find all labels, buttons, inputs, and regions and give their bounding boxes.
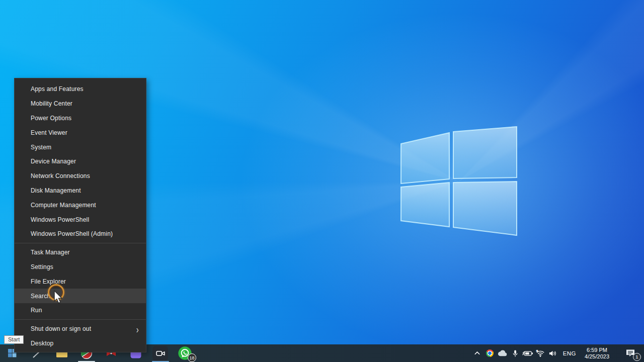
action-center-button[interactable]: 1 xyxy=(625,347,638,359)
svg-text:✱: ✱ xyxy=(536,349,538,352)
winx-context-menu: Apps and FeaturesMobility CenterPower Op… xyxy=(14,78,146,352)
chevron-up-icon xyxy=(473,349,481,357)
tray-battery[interactable] xyxy=(523,349,532,358)
onedrive-icon xyxy=(497,349,508,357)
clock-date: 4/25/2023 xyxy=(585,353,609,360)
menu-item-label: Mobility Center xyxy=(31,100,72,107)
menu-item-file-explorer[interactable]: File Explorer xyxy=(15,274,146,289)
tray-microphone[interactable] xyxy=(511,349,520,358)
language-indicator[interactable]: ENG xyxy=(563,350,576,356)
menu-item-run[interactable]: Run xyxy=(15,303,146,318)
taskbar-clock[interactable]: 6:59 PM 4/25/2023 xyxy=(585,347,609,360)
menu-separator xyxy=(15,319,146,320)
menu-item-label: File Explorer xyxy=(31,278,66,285)
menu-item-windows-powershell[interactable]: Windows PowerShell xyxy=(15,212,146,227)
hidden-icons-chevron[interactable] xyxy=(473,349,482,358)
volume-icon xyxy=(548,350,557,357)
menu-item-label: Task Manager xyxy=(31,249,70,256)
chrome-icon xyxy=(486,349,494,357)
menu-item-label: Run xyxy=(31,307,42,314)
menu-item-label: Windows PowerShell (Admin) xyxy=(31,230,113,237)
menu-item-settings[interactable]: Settings xyxy=(15,260,146,275)
menu-item-power-options[interactable]: Power Options xyxy=(15,111,146,126)
menu-separator xyxy=(15,243,146,243)
menu-item-search[interactable]: Search xyxy=(15,289,146,303)
menu-item-label: Disk Management xyxy=(31,187,81,194)
menu-item-computer-management[interactable]: Computer Management xyxy=(15,198,146,212)
menu-item-windows-powershell-admin[interactable]: Windows PowerShell (Admin) xyxy=(15,227,146,241)
menu-item-label: Computer Management xyxy=(31,202,96,209)
menu-item-label: Network Connections xyxy=(31,172,90,179)
video-camera-icon xyxy=(152,346,168,361)
wifi-icon: ✱ xyxy=(536,349,545,357)
unread-count-badge: 18 xyxy=(188,353,196,362)
taskbar-app-screen-recorder[interactable] xyxy=(148,344,173,362)
battery-icon xyxy=(522,350,533,357)
clock-time: 6:59 PM xyxy=(585,347,609,353)
submenu-chevron-icon: › xyxy=(136,324,139,334)
menu-item-label: Shut down or sign out xyxy=(31,325,91,332)
tray-onedrive[interactable] xyxy=(498,349,507,358)
tray-chrome[interactable] xyxy=(486,349,495,358)
menu-item-network-connections[interactable]: Network Connections xyxy=(15,169,146,184)
windows-desktop-screen: 18 ✱ ENG 6:59 PM 4/25/2023 1 Apps and Fe… xyxy=(0,0,644,362)
menu-item-device-manager[interactable]: Device Manager xyxy=(15,154,146,169)
menu-item-desktop[interactable]: Desktop xyxy=(15,336,146,351)
menu-item-label: Windows PowerShell xyxy=(31,216,89,223)
menu-item-system[interactable]: System xyxy=(15,140,146,154)
microphone-icon xyxy=(512,349,519,357)
menu-item-label: Event Viewer xyxy=(31,129,67,136)
notification-badge: 1 xyxy=(633,353,641,361)
menu-item-mobility-center[interactable]: Mobility Center xyxy=(15,97,146,111)
menu-item-apps-and-features[interactable]: Apps and Features xyxy=(15,82,146,97)
menu-item-label: Device Manager xyxy=(31,158,76,165)
start-tooltip: Start xyxy=(4,335,24,344)
menu-item-label: Apps and Features xyxy=(31,85,84,93)
tray-volume[interactable] xyxy=(548,349,557,358)
menu-item-disk-management[interactable]: Disk Management xyxy=(15,184,146,198)
menu-item-label: Desktop xyxy=(31,340,53,347)
menu-item-label: Power Options xyxy=(31,115,71,122)
tray-wifi[interactable]: ✱ xyxy=(536,349,545,358)
menu-item-shut-down-or-sign-out[interactable]: Shut down or sign out› xyxy=(15,322,146,336)
menu-item-label: Settings xyxy=(31,263,53,270)
menu-item-label: System xyxy=(31,144,51,151)
system-tray: ✱ ENG 6:59 PM 4/25/2023 1 xyxy=(473,344,644,362)
menu-item-event-viewer[interactable]: Event Viewer xyxy=(15,125,146,140)
taskbar-app-whatsapp[interactable]: 18 xyxy=(173,344,197,362)
menu-item-task-manager[interactable]: Task Manager xyxy=(15,245,146,260)
mouse-cursor-icon xyxy=(53,290,63,306)
